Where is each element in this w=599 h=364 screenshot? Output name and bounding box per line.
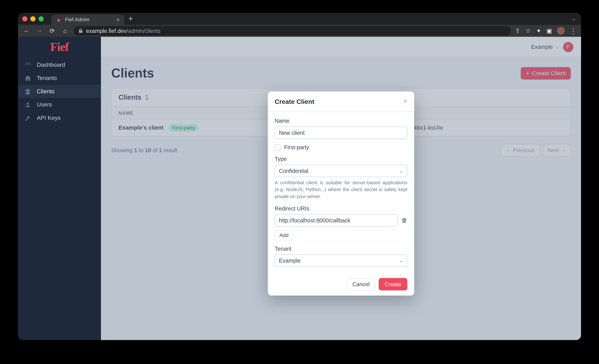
toolbar-right: ⇧ ☆ ✦ ▣ ⋮ [515, 27, 577, 35]
key-icon [24, 114, 32, 122]
lock-icon: 🔒︎ [78, 27, 83, 34]
add-uri-button[interactable]: Add [275, 230, 293, 240]
delete-uri-button[interactable]: 🗑︎ [401, 217, 407, 224]
first-party-checkbox-input[interactable] [275, 144, 281, 151]
type-label: Type [275, 156, 407, 162]
extensions-icon[interactable]: ✦ [536, 27, 541, 34]
tabs-dropdown-button[interactable]: ⌄ [572, 16, 576, 22]
close-window-button[interactable] [22, 16, 27, 21]
main-content: Example ⌄ F Clients + Create Client [101, 37, 581, 340]
sidebar-item-label: API Keys [37, 115, 61, 121]
panel-icon[interactable]: ▣ [546, 27, 552, 34]
bookmark-icon[interactable]: ☆ [525, 27, 531, 34]
tab-favicon: ◆ [56, 17, 62, 23]
logo[interactable]: Fief [18, 37, 101, 57]
layers-icon [24, 88, 32, 95]
sidebar-item-tenants[interactable]: Tenants [18, 71, 101, 85]
tab-title: Fief Admin [65, 17, 89, 23]
tenant-label: Tenant [275, 246, 407, 252]
sidebar-item-label: Users [37, 101, 52, 108]
browser-toolbar: ← → ⟳ ⌂ 🔒︎ example.fief.dev/admin/client… [18, 25, 581, 37]
sidebar-item-dashboard[interactable]: Dashboard [18, 58, 101, 71]
maximize-window-button[interactable] [39, 16, 44, 21]
sidebar-item-clients[interactable]: Clients [18, 85, 101, 98]
redirect-uris-label: Redirect URIs [275, 205, 407, 212]
sidebar-item-label: Tenants [37, 75, 57, 81]
modal-overlay[interactable]: Create Client × Name First-party Type [101, 37, 581, 340]
create-button[interactable]: Create [379, 278, 407, 290]
window-controls [22, 16, 44, 21]
close-tab-button[interactable]: × [116, 16, 120, 23]
type-help-text: A confidential client is suitable for se… [275, 180, 407, 200]
forward-button[interactable]: → [35, 27, 44, 34]
tab-bar: ◆ Fief Admin × + ⌄ [18, 13, 581, 25]
create-client-modal: Create Client × Name First-party Type [268, 91, 414, 295]
sidebar-item-label: Dashboard [37, 62, 65, 68]
menu-button[interactable]: ⋮ [570, 27, 577, 35]
new-tab-button[interactable]: + [128, 14, 133, 23]
building-icon [24, 74, 32, 82]
sidebar-item-api-keys[interactable]: API Keys [18, 111, 101, 124]
reload-button[interactable]: ⟳ [48, 27, 56, 34]
browser-tab[interactable]: ◆ Fief Admin × [51, 15, 124, 25]
url-domain: example.fief.dev [86, 27, 126, 34]
redirect-uri-input[interactable] [275, 214, 398, 227]
first-party-checkbox[interactable]: First-party [275, 144, 407, 151]
url-path: /admin/clients [126, 27, 160, 34]
close-modal-button[interactable]: × [403, 98, 407, 105]
share-icon[interactable]: ⇧ [515, 27, 520, 34]
address-bar[interactable]: 🔒︎ example.fief.dev/admin/clients [74, 26, 511, 36]
tenant-select[interactable]: Example [275, 254, 407, 267]
name-input[interactable] [275, 127, 407, 139]
first-party-label: First-party [284, 144, 309, 151]
gauge-icon [24, 61, 32, 69]
browser-window: ◆ Fief Admin × + ⌄ ← → ⟳ ⌂ 🔒︎ example.fi… [18, 13, 581, 340]
type-select[interactable]: Confidential [275, 165, 407, 177]
sidebar: Fief Dashboard Tenants Clients Users [18, 37, 101, 340]
home-button[interactable]: ⌂ [61, 27, 69, 34]
name-label: Name [275, 118, 407, 124]
minimize-window-button[interactable] [30, 16, 36, 21]
modal-title: Create Client [275, 98, 314, 105]
user-icon [24, 101, 32, 108]
profile-avatar[interactable] [557, 27, 565, 35]
cancel-button[interactable]: Cancel [347, 278, 375, 290]
sidebar-item-users[interactable]: Users [18, 98, 101, 111]
back-button[interactable]: ← [22, 27, 31, 34]
sidebar-item-label: Clients [37, 88, 54, 94]
